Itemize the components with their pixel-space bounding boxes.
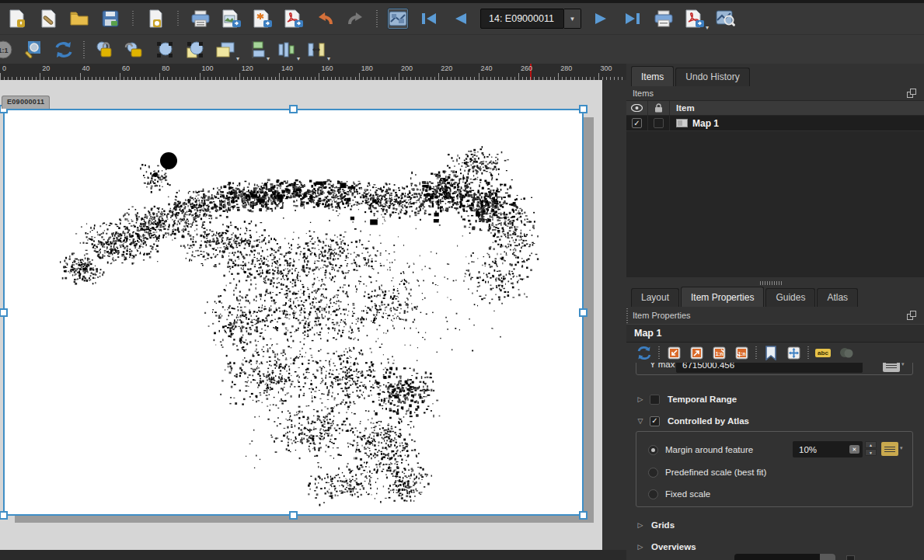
selection-handle-bottom-left[interactable] [0,511,8,520]
atlas-feature-dropdown[interactable]: ▼ [564,9,581,29]
layout-page[interactable] [4,110,583,515]
fixed-scale-radio[interactable] [648,489,658,499]
zoom-actual-button[interactable]: 1:1 [0,39,14,61]
grids-expand-arrow[interactable]: ▷ [636,521,645,529]
items-row-map1[interactable]: ✓ Map 1 [626,116,924,131]
temporal-expand-arrow[interactable]: ▷ [636,395,645,403]
props-scroll-area[interactable]: Y max 6715000.456 ▾ ▷ Temporal Range ▽ ✓… [626,363,924,560]
open-layout-button[interactable] [68,8,90,30]
svg-text:1:n: 1:n [715,350,723,356]
layout-canvas[interactable]: E09000011 [0,80,602,550]
export-svg-button[interactable] [252,8,274,30]
export-atlas-pdf-button[interactable]: ▾ [684,8,706,30]
set-scale-from-canvas-button[interactable]: 1:n [710,344,727,361]
distribute-dropdown-caret[interactable]: ▾ [297,55,300,62]
raise-items-button[interactable]: ▾ [214,39,236,61]
undo-button[interactable] [314,8,336,30]
items-float-icon[interactable] [907,89,916,98]
distribute-items-button[interactable]: ▾ [275,39,297,61]
atlas-toolbar-handle[interactable] [376,10,378,27]
save-project-button[interactable] [99,8,121,30]
export-image-button[interactable] [221,8,242,30]
update-map-preview-button[interactable] [636,344,653,361]
atlas-expand-arrow[interactable]: ▽ [636,417,645,425]
actions-toolbar-handle[interactable] [83,41,85,58]
new-layout-button[interactable] [6,8,28,30]
atlas-feature-combo[interactable]: 14: E09000011 ▼ [480,9,581,29]
spin-down-icon: ▼ [865,449,877,456]
lock-items-button[interactable] [93,39,115,61]
select-all-button[interactable] [154,39,176,61]
layout-manager-button[interactable] [37,8,59,30]
resize-items-button[interactable]: ▾ [305,39,327,61]
margin-label: Margin around feature [665,445,753,454]
controlled-by-atlas-checkbox[interactable]: ✓ [650,416,660,426]
duplicate-layout-button[interactable] [145,8,166,30]
temporal-range-section[interactable]: ▷ Temporal Range [626,392,924,406]
selection-handle-bottom-right[interactable] [579,511,588,520]
clipping-settings-button[interactable] [837,344,854,361]
clipped-bottom-field[interactable] [734,554,835,560]
dock-splitter-handle[interactable] [760,281,783,285]
atlas-next-button[interactable] [591,8,612,30]
tab-layout[interactable]: Layout [631,288,679,307]
bookmark-extent-button[interactable] [762,344,779,361]
tab-guides[interactable]: Guides [765,288,815,307]
tab-atlas[interactable]: Atlas [817,288,858,307]
edit-extent-interactive-button[interactable] [785,344,802,361]
selection-handle-top-center[interactable] [289,105,298,113]
overviews-expand-arrow[interactable]: ▷ [636,543,645,551]
export-pdf-button[interactable] [283,8,305,30]
temporal-checkbox[interactable] [650,395,660,405]
clipped-bottom-checkbox[interactable] [846,555,855,560]
unlock-items-button[interactable] [124,39,145,61]
print-layout-button[interactable] [190,8,211,30]
set-canvas-scale-button[interactable]: 1:n [733,344,750,361]
tab-items[interactable]: Items [631,66,674,86]
clear-value-icon[interactable]: ✕ [849,445,859,454]
atlas-prev-button[interactable] [449,8,471,30]
ymax-input[interactable]: 6715000.456 [676,363,863,373]
grids-section[interactable]: ▷ Grids [626,518,924,532]
raise-dropdown-caret[interactable]: ▾ [236,55,239,62]
set-extent-from-canvas-button[interactable] [665,344,682,361]
atlas-last-button[interactable] [622,8,643,30]
overviews-section[interactable]: ▷ Overviews [626,540,924,554]
deselect-all-button[interactable] [184,39,206,61]
selection-handle-top-right[interactable] [579,105,588,113]
atlas-first-button[interactable] [418,8,440,30]
tab-item-properties[interactable]: Item Properties [681,287,764,307]
margin-radio[interactable] [648,445,658,455]
controlled-by-atlas-section[interactable]: ▽ ✓ Controlled by Atlas [626,414,924,428]
horizontal-ruler[interactable]: 0204060801001201401601802002202402602803… [0,64,626,80]
refresh-view-button[interactable] [53,39,75,61]
margin-spinbox[interactable]: 10% ✕ [793,441,863,457]
predefined-scale-radio[interactable] [648,468,658,478]
props-float-icon[interactable] [907,311,916,320]
export-atlas-dropdown-caret[interactable]: ▾ [706,24,709,31]
labeling-settings-button[interactable]: abc [814,344,832,361]
selection-handle-middle-left[interactable] [0,308,8,317]
view-extent-in-canvas-button[interactable] [688,344,705,361]
resize-dropdown-caret[interactable]: ▾ [327,55,330,62]
align-dropdown-caret[interactable]: ▾ [267,55,270,62]
atlas-settings-button[interactable] [715,8,737,30]
margin-spin-buttons[interactable]: ▲▼ [865,441,877,456]
zoom-full-button[interactable] [23,39,44,61]
ymax-dd-caret[interactable]: ▾ [901,363,905,367]
items-tree-empty[interactable] [626,131,924,277]
selection-handle-bottom-center[interactable] [289,511,298,520]
margin-dd-caret[interactable]: ▾ [900,445,903,451]
selection-handle-middle-right[interactable] [579,308,588,317]
print-atlas-button[interactable] [653,8,675,30]
ymax-data-defined-button[interactable] [883,363,900,372]
margin-data-defined-button[interactable] [881,442,898,456]
atlas-feature-value[interactable]: 14: E09000011 [480,9,564,29]
map1-lock-checkbox[interactable] [654,118,664,128]
redo-button[interactable] [345,8,367,30]
tab-undo-history[interactable]: Undo History [675,68,749,86]
clipped-bottom-button[interactable] [820,554,835,560]
map1-visibility-checkbox[interactable]: ✓ [632,118,642,128]
align-items-button[interactable]: ▾ [245,39,267,61]
atlas-preview-toggle[interactable] [387,8,409,30]
